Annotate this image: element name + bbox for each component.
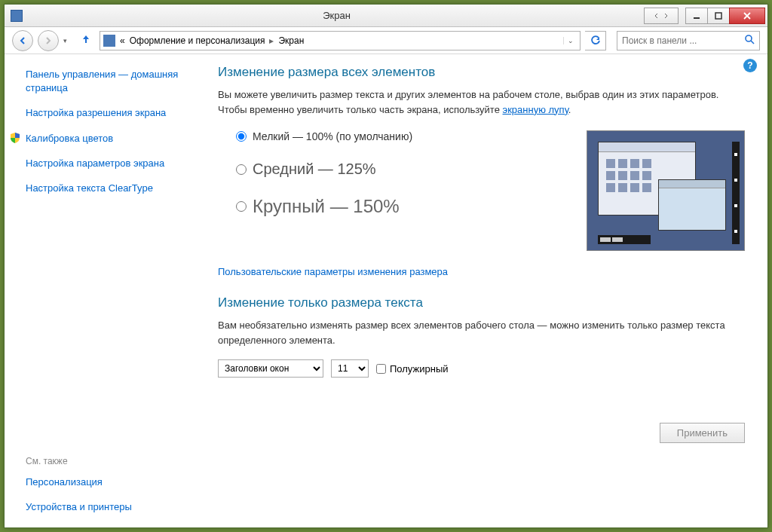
radio-medium-input[interactable]	[236, 164, 247, 175]
desc-text-only: Вам необязательно изменять размер всех э…	[218, 318, 745, 347]
scale-preview-image	[587, 130, 745, 251]
radio-medium[interactable]: Средний — 125%	[236, 161, 556, 178]
main-content: ? Изменение размера всех элементов Вы мо…	[197, 54, 767, 527]
breadcrumb-part1[interactable]: Оформление и персонализация	[130, 35, 265, 46]
window-title: Экран	[29, 10, 645, 21]
window-icon	[11, 10, 23, 22]
control-panel-window: Экран ▾ «	[4, 4, 768, 528]
address-bar[interactable]: « Оформление и персонализация ▸ Экран ⌄	[100, 31, 581, 50]
sidebar-link-resolution[interactable]: Настройка разрешения экрана	[26, 106, 186, 120]
maximize-icon	[715, 12, 722, 20]
svg-line-3	[751, 41, 754, 44]
apply-button[interactable]: Применить	[660, 423, 745, 443]
history-dropdown[interactable]: ▾	[63, 37, 72, 44]
magnifier-link[interactable]: экранную лупу	[503, 104, 568, 115]
forward-button[interactable]	[38, 30, 59, 51]
radio-large-input[interactable]	[236, 201, 247, 212]
desc-resize-all: Вы можете увеличить размер текста и друг…	[218, 87, 745, 117]
bold-checkbox-row[interactable]: Полужирный	[376, 363, 449, 375]
up-button[interactable]	[80, 33, 92, 48]
radio-small[interactable]: Мелкий — 100% (по умолчанию)	[236, 130, 556, 142]
bold-checkbox[interactable]	[376, 364, 386, 374]
sidebar-link-cleartype[interactable]: Настройка текста ClearType	[26, 182, 186, 195]
custom-scaling-link[interactable]: Пользовательские параметры изменения раз…	[218, 266, 448, 277]
location-icon	[103, 35, 115, 47]
window-help-button[interactable]	[644, 8, 679, 24]
titlebar: Экран	[5, 5, 767, 27]
shield-icon	[9, 132, 21, 144]
font-size-select[interactable]: 11	[331, 359, 369, 378]
arrow-left-small-icon	[653, 12, 660, 20]
see-also-label: См. также	[26, 456, 186, 466]
see-also-personalization[interactable]: Персонализация	[26, 475, 186, 489]
minimize-button[interactable]	[685, 8, 708, 24]
heading-text-only: Изменение только размера текста	[218, 295, 745, 310]
text-controls: Заголовки окон 11 Полужирный	[218, 359, 745, 378]
sidebar-link-display-settings[interactable]: Настройка параметров экрана	[26, 157, 186, 170]
window-controls	[645, 8, 765, 24]
breadcrumb-prefix: «	[120, 35, 125, 46]
minimize-icon	[693, 12, 700, 20]
breadcrumb-separator: ▸	[269, 35, 274, 46]
help-icon[interactable]: ?	[743, 59, 757, 72]
radio-small-input[interactable]	[236, 131, 247, 142]
toolbar: ▾ « Оформление и персонализация ▸ Экран …	[5, 27, 767, 54]
element-select[interactable]: Заголовки окон	[218, 359, 323, 378]
search-box[interactable]	[617, 31, 760, 50]
back-button[interactable]	[12, 30, 33, 51]
arrow-right-icon	[43, 35, 54, 46]
arrow-up-icon	[80, 33, 92, 45]
close-button[interactable]	[729, 8, 765, 24]
arrow-left-icon	[17, 35, 28, 46]
bold-label: Полужирный	[390, 363, 449, 375]
sidebar: Панель управления — домашняя страница На…	[5, 54, 197, 527]
apply-row: Применить	[218, 423, 745, 443]
refresh-icon	[590, 35, 601, 46]
sidebar-link-color-calibration[interactable]: Калибровка цветов	[26, 132, 113, 145]
scale-area: Мелкий — 100% (по умолчанию) Средний — 1…	[236, 130, 745, 251]
close-icon	[743, 12, 751, 20]
refresh-button[interactable]	[585, 31, 606, 50]
breadcrumb-part2[interactable]: Экран	[278, 35, 304, 46]
maximize-button[interactable]	[707, 8, 730, 24]
radio-large[interactable]: Крупный — 150%	[236, 196, 556, 217]
scale-radios: Мелкий — 100% (по умолчанию) Средний — 1…	[236, 130, 556, 251]
search-input[interactable]	[622, 35, 744, 46]
sidebar-home-link[interactable]: Панель управления — домашняя страница	[26, 68, 186, 95]
svg-rect-1	[715, 13, 721, 19]
svg-point-2	[746, 35, 752, 41]
body: Панель управления — домашняя страница На…	[5, 54, 767, 527]
arrow-right-small-icon	[662, 12, 669, 20]
address-dropdown[interactable]: ⌄	[563, 37, 577, 44]
see-also-devices[interactable]: Устройства и принтеры	[26, 500, 186, 514]
heading-resize-all: Изменение размера всех элементов	[218, 65, 745, 80]
search-icon[interactable]	[744, 34, 755, 47]
